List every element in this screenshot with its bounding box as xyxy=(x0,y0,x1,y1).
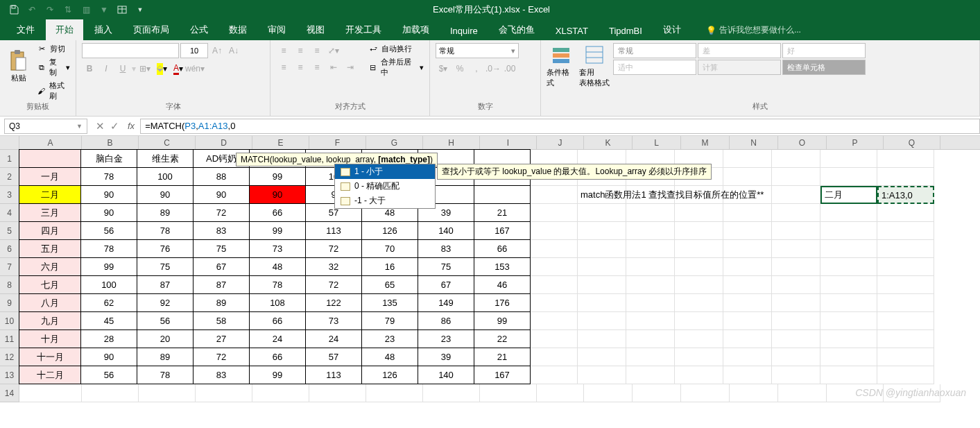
cell[interactable]: 脑白金 xyxy=(80,149,137,168)
comma-button[interactable]: , xyxy=(469,61,484,76)
cell[interactable]: 135 xyxy=(361,293,418,312)
cell[interactable] xyxy=(820,258,877,276)
style-check[interactable]: 检查单元格 xyxy=(782,60,866,75)
tab-inquire[interactable]: Inquire xyxy=(440,22,488,40)
cell[interactable] xyxy=(723,258,772,276)
cell[interactable]: 87 xyxy=(193,275,250,294)
cell[interactable]: 一月 xyxy=(19,167,81,186)
cell[interactable]: 五月 xyxy=(19,239,81,258)
col-header[interactable]: M xyxy=(681,136,730,149)
cell[interactable] xyxy=(723,330,772,348)
cell[interactable] xyxy=(723,204,772,222)
decrease-font-button[interactable]: A↓ xyxy=(226,43,241,58)
col-header[interactable]: J xyxy=(537,136,584,149)
cell[interactable]: 22 xyxy=(474,329,531,348)
row-header[interactable]: 10 xyxy=(0,312,19,330)
row-header[interactable]: 8 xyxy=(0,276,19,294)
cell[interactable] xyxy=(877,168,934,186)
cell[interactable] xyxy=(820,294,877,312)
cell[interactable] xyxy=(626,222,675,240)
cell[interactable] xyxy=(772,366,820,384)
cell[interactable]: 27 xyxy=(193,329,250,348)
font-size-input[interactable] xyxy=(180,43,208,58)
merge-center-button[interactable]: ⊟合并后居中 ▾ xyxy=(368,57,424,78)
cell[interactable] xyxy=(531,186,578,204)
cell[interactable]: 78 xyxy=(249,275,306,294)
cell[interactable] xyxy=(578,258,626,276)
cell[interactable] xyxy=(820,204,877,222)
cell[interactable]: 75 xyxy=(418,257,474,276)
font-name-input[interactable] xyxy=(82,43,179,58)
cell[interactable] xyxy=(626,240,675,258)
cell[interactable]: 167 xyxy=(474,221,531,240)
row-header[interactable]: 7 xyxy=(0,258,19,276)
cell[interactable]: 73 xyxy=(249,239,306,258)
align-middle-button[interactable]: ≡ xyxy=(293,43,308,58)
cell[interactable]: 66 xyxy=(249,348,306,366)
cell[interactable]: match函数用法1 查找查找目标值所在的位置** xyxy=(578,186,626,204)
cell[interactable] xyxy=(480,384,537,402)
cell[interactable]: 126 xyxy=(361,366,418,384)
cell[interactable]: 72 xyxy=(193,203,250,222)
qat-dropdown-icon[interactable]: ▼ xyxy=(135,4,146,15)
col-header[interactable]: F xyxy=(309,136,366,149)
row-header[interactable]: 4 xyxy=(0,204,19,222)
tab-developer[interactable]: 开发工具 xyxy=(336,19,391,40)
tab-file[interactable]: 文件 xyxy=(7,19,44,40)
cell[interactable] xyxy=(139,384,196,402)
cell[interactable]: 九月 xyxy=(19,311,81,330)
cell[interactable]: 67 xyxy=(193,257,250,276)
style-normal[interactable]: 常规 xyxy=(613,43,696,58)
cell[interactable] xyxy=(877,348,934,366)
row-header[interactable]: 13 xyxy=(0,366,19,384)
cell[interactable]: 75 xyxy=(137,257,194,276)
decrease-decimal-button[interactable]: .00 xyxy=(502,61,517,76)
cell[interactable] xyxy=(474,185,531,204)
cell[interactable] xyxy=(877,312,934,330)
cell[interactable]: 90 xyxy=(80,348,137,366)
cell[interactable]: 20 xyxy=(137,329,194,348)
cell[interactable] xyxy=(820,240,877,258)
tab-data[interactable]: 数据 xyxy=(219,19,257,40)
cell[interactable] xyxy=(681,384,730,402)
copy-button[interactable]: ⧉复制 ▾ xyxy=(36,57,70,78)
row-header[interactable]: 9 xyxy=(0,294,19,312)
cell[interactable] xyxy=(723,240,772,258)
cell[interactable] xyxy=(820,312,877,330)
cell[interactable]: 48 xyxy=(249,257,306,276)
cell[interactable] xyxy=(578,222,626,240)
style-neutral[interactable]: 适中 xyxy=(613,60,696,75)
cell[interactable] xyxy=(877,150,934,168)
cell[interactable] xyxy=(423,384,480,402)
cell[interactable]: 70 xyxy=(361,239,418,258)
autocomplete-item[interactable]: 1 - 小于 xyxy=(335,164,435,179)
cell[interactable]: 90 xyxy=(249,185,306,204)
cell[interactable] xyxy=(772,168,820,186)
cell[interactable] xyxy=(578,240,626,258)
cell[interactable]: 24 xyxy=(305,329,362,348)
format-painter-button[interactable]: 🖌格式刷 xyxy=(36,80,70,101)
accept-formula-button[interactable]: ✓ xyxy=(110,120,119,132)
sort-icon[interactable]: ⇅ xyxy=(62,4,74,15)
cell[interactable] xyxy=(723,366,772,384)
cell[interactable] xyxy=(772,186,820,204)
cell[interactable]: 72 xyxy=(193,348,250,366)
tab-page-layout[interactable]: 页面布局 xyxy=(123,19,179,40)
fx-icon[interactable]: fx xyxy=(128,121,135,131)
cut-button[interactable]: ✂剪切 xyxy=(36,43,70,54)
cell[interactable] xyxy=(531,222,578,240)
align-bottom-button[interactable]: ≡ xyxy=(309,43,325,58)
cell[interactable]: 四月 xyxy=(19,221,81,240)
cell[interactable] xyxy=(675,222,723,240)
autocomplete-list[interactable]: 1 - 小于 0 - 精确匹配 -1 - 大于 xyxy=(334,164,436,209)
cell[interactable]: 78 xyxy=(80,239,137,258)
cell[interactable]: 62 xyxy=(80,293,137,312)
cell[interactable] xyxy=(537,384,584,402)
cell[interactable]: 83 xyxy=(193,366,250,384)
underline-button[interactable]: U xyxy=(115,61,130,76)
col-header[interactable]: G xyxy=(366,136,423,149)
cell[interactable]: 100 xyxy=(137,167,194,186)
save-icon[interactable] xyxy=(8,4,19,15)
cell[interactable] xyxy=(723,222,772,240)
wrap-text-button[interactable]: ⮐自动换行 xyxy=(368,43,424,54)
